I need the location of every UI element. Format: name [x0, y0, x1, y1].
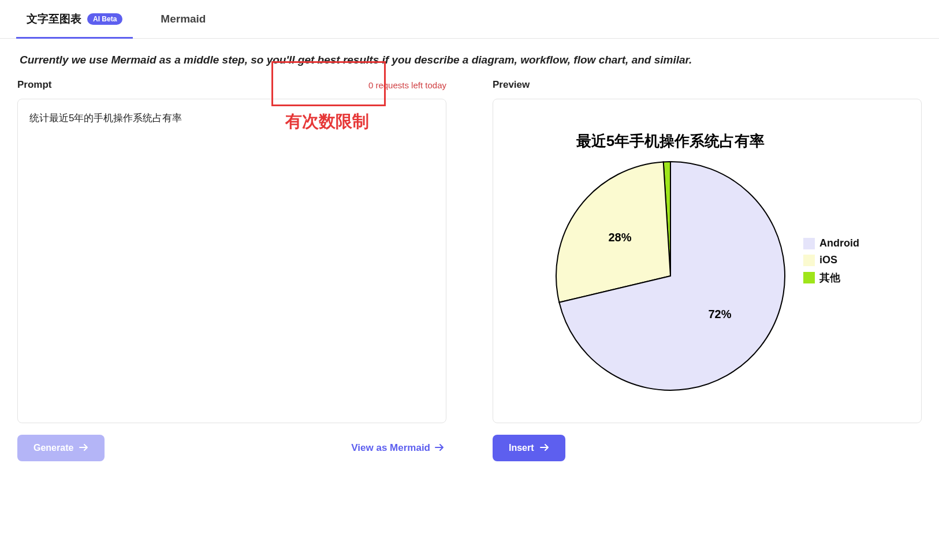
prompt-header: Prompt 0 requests left today — [17, 77, 446, 93]
pie-slice-label: 72% — [708, 307, 731, 320]
preview-box: 最近5年手机操作系统占有率 1%28%72% AndroidiOS其他 — [493, 99, 922, 423]
view-as-mermaid-button[interactable]: View as Mermaid — [349, 436, 446, 460]
tabs-bar: 文字至图表 AI Beta Mermaid — [0, 0, 939, 39]
pie-slice-label: 28% — [608, 231, 631, 244]
preview-actions: Insert — [493, 435, 922, 461]
chart-title: 最近5年手机操作系统占有率 — [576, 131, 765, 151]
arrow-right-icon — [435, 442, 444, 454]
preview-title: Preview — [493, 79, 530, 91]
legend-item: 其他 — [803, 271, 859, 285]
legend-label: iOS — [819, 254, 837, 266]
legend-swatch — [803, 272, 815, 283]
prompt-title: Prompt — [17, 79, 52, 91]
tab-mermaid[interactable]: Mermaid — [150, 0, 216, 38]
preview-header: Preview — [493, 77, 922, 93]
insert-button[interactable]: Insert — [493, 435, 565, 461]
arrow-right-icon — [540, 443, 549, 453]
workspace: 有次数限制 Prompt 0 requests left today Gener… — [0, 77, 939, 461]
pie-chart-svg: 1%28%72% — [555, 160, 786, 391]
preview-panel: Preview 最近5年手机操作系统占有率 1%28%72% AndroidiO… — [493, 77, 922, 461]
intro-text: Currently we use Mermaid as a middle ste… — [0, 39, 939, 77]
prompt-textarea[interactable] — [17, 99, 446, 423]
generate-button-label: Generate — [33, 443, 73, 453]
pie-chart: 最近5年手机操作系统占有率 1%28%72% AndroidiOS其他 — [511, 131, 904, 391]
view-as-mermaid-label: View as Mermaid — [351, 442, 430, 454]
prompt-panel: Prompt 0 requests left today Generate Vi… — [17, 77, 446, 461]
chart-legend: AndroidiOS其他 — [803, 237, 859, 285]
tab-text-to-diagram-label: 文字至图表 — [27, 12, 81, 27]
tab-mermaid-label: Mermaid — [161, 13, 206, 25]
requests-left-text: 0 requests left today — [368, 80, 446, 90]
ai-beta-badge: AI Beta — [87, 13, 122, 25]
legend-label: 其他 — [819, 271, 840, 285]
arrow-right-icon — [79, 443, 88, 453]
insert-button-label: Insert — [509, 443, 534, 453]
legend-swatch — [803, 238, 815, 249]
legend-item: iOS — [803, 254, 859, 266]
tab-text-to-diagram[interactable]: 文字至图表 AI Beta — [16, 0, 133, 38]
legend-item: Android — [803, 237, 859, 249]
legend-swatch — [803, 255, 815, 266]
prompt-actions: Generate View as Mermaid — [17, 435, 446, 461]
generate-button[interactable]: Generate — [17, 435, 105, 461]
legend-label: Android — [819, 237, 859, 249]
